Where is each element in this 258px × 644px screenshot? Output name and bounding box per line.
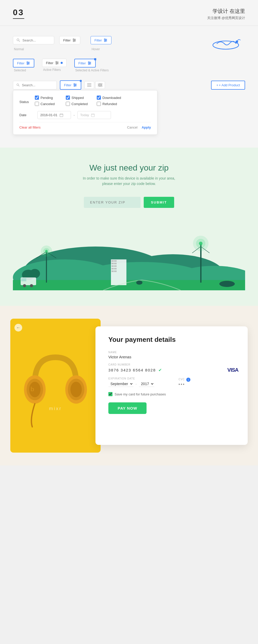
zip-input[interactable] [84,197,141,208]
filter-button-hover[interactable]: Filter [91,36,111,44]
sliders-icon-sel-active [87,61,92,65]
svg-point-25 [56,61,57,62]
canceled-label[interactable]: Canceled [41,102,55,106]
svg-line-1 [19,41,20,42]
svg-rect-62 [13,280,245,290]
apply-button[interactable]: Apply [142,125,151,129]
expiry-label: EXPIRATION DATE [108,377,168,380]
name-label: NAME [108,351,238,354]
month-select[interactable]: JanuaryFebruaryMarch AprilMayJune JulyAu… [108,381,133,387]
payment-title: Your payment details [108,336,238,344]
svg-point-95 [23,284,26,287]
active-filters-label: Active Filters [42,68,67,72]
filter-btn-hover-label: Filter [94,38,102,42]
landscape-illustration [13,218,245,290]
normal-label: Normal [13,47,80,51]
checkbox-refunded[interactable]: Refunded [97,102,128,106]
search-box-normal[interactable] [13,36,54,44]
cvc-label: CVC [179,378,185,381]
svg-point-21 [27,64,28,65]
header-subtitle: 关注微博 @优秀网页设计 [207,16,245,20]
filter-btn-sel-active-label: Filter [78,61,86,65]
grid-view-btn[interactable] [95,81,105,89]
search-icon [16,38,20,42]
pay-now-button[interactable]: PAY NOW [108,402,147,414]
selected-label: Selected [13,69,34,72]
svg-point-92 [30,269,40,278]
name-value: Victor Arenas [108,355,238,359]
search-input-normal[interactable] [22,38,43,42]
logo [206,36,245,53]
checkbox-canceled[interactable]: Canceled [35,102,66,106]
svg-point-5 [73,39,74,40]
pending-checkbox[interactable] [35,96,39,100]
shipped-checkbox[interactable] [66,96,70,100]
svg-rect-72 [115,265,116,267]
svg-point-20 [28,63,29,64]
filter-active-button[interactable]: Filter [60,80,81,90]
refunded-checkbox[interactable] [97,102,101,106]
svg-rect-45 [98,83,100,85]
date-label: Date [19,113,35,117]
calendar-icon-from [60,113,63,117]
svg-point-32 [90,63,91,64]
checkbox-shipped[interactable]: Shipped [66,96,97,100]
svg-rect-53 [91,114,94,116]
cancel-button[interactable]: Cancel [127,125,137,129]
search-icon-main [16,83,20,87]
search-input-wrap[interactable] [13,81,57,89]
header-title: 学设计 在这里 [207,8,245,15]
cvc-info-icon[interactable]: i [186,378,190,382]
panel-footer: Clear all filters Cancel Apply [19,122,151,129]
canceled-checkbox[interactable] [35,102,39,106]
filter-button-active[interactable]: Filter [42,59,67,67]
date-from-input[interactable]: 2016-01-01 [37,111,71,119]
downloaded-label[interactable]: Downloaded [102,96,121,100]
filter-button-normal[interactable]: Filter [59,36,80,44]
refunded-label[interactable]: Refunded [102,102,117,106]
expiry-select-row: JanuaryFebruaryMarch AprilMayJune JulyAu… [108,381,168,387]
year-select[interactable]: 201520162017 201820192020 [139,381,154,387]
completed-checkbox[interactable] [66,102,70,106]
checkbox-completed[interactable]: Completed [66,102,97,106]
checkbox-pending[interactable]: Pending [35,96,66,100]
save-card-checkbox[interactable] [108,392,112,396]
zip-subtitle: In order to make sure this device is ava… [13,176,245,187]
list-view-btn[interactable] [84,81,94,89]
svg-line-35 [19,86,20,87]
svg-point-34 [17,84,19,86]
selected-active-state: Filter Selected & Active Filters [74,59,109,72]
filter-button-selected-active[interactable]: Filter [74,59,96,67]
sliders-icon-main [73,83,77,87]
zip-title: We just need your zip [13,163,245,173]
view-icons [84,81,105,89]
downloaded-checkbox[interactable] [97,96,101,100]
svg-rect-66 [115,260,116,262]
filter-btn-label: Filter [63,38,71,42]
visa-logo: VISA [227,367,238,373]
expiry-separator: - [135,382,137,386]
zip-submit-button[interactable]: SUBMIT [144,197,174,208]
sel-active-dot [94,58,96,60]
date-from-value: 2016-01-01 [40,113,58,117]
add-product-button[interactable]: + + Add Product [211,81,245,90]
hover-state: Filter Hover [91,36,111,51]
sliders-icon-selected [26,61,30,65]
date-to-input[interactable]: Today [77,111,111,119]
filter-topbar: Filter [13,80,245,90]
svg-rect-67 [112,263,113,264]
completed-label[interactable]: Completed [71,102,88,106]
shipped-label[interactable]: Shipped [71,96,84,100]
filter-button-selected[interactable]: Filter [13,59,34,67]
back-button[interactable]: ← [14,324,22,332]
payment-card: Your payment details NAME Victor Arenas … [95,326,248,445]
brand-logo [206,36,245,52]
zip-section: We just need your zip In order to make s… [0,148,258,306]
clear-filters-button[interactable]: Clear all filters [19,125,41,129]
svg-point-15 [236,40,238,43]
save-card-label[interactable]: Save my card for future purchases [115,392,166,396]
pending-label[interactable]: Pending [41,96,53,100]
svg-rect-65 [114,260,115,262]
search-input-main[interactable] [22,83,48,87]
checkbox-downloaded[interactable]: Downloaded [97,96,128,100]
